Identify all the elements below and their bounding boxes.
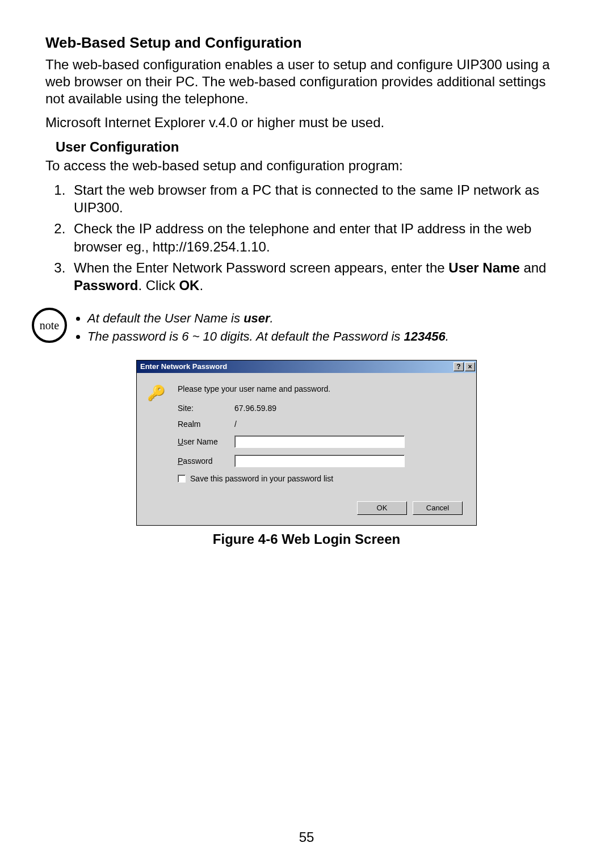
- site-value: 67.96.59.89: [234, 404, 466, 413]
- paragraph-lead: To access the web-based setup and config…: [45, 157, 568, 174]
- key-icon: 🔑: [147, 384, 172, 402]
- steps-list: Start the web browser from a PC that is …: [45, 181, 568, 294]
- realm-value: /: [234, 420, 466, 429]
- figure-caption: Figure 4-6 Web Login Screen: [45, 531, 568, 547]
- text-run: When the Enter Network Password screen a…: [74, 260, 448, 275]
- text-run: ave this password in your password list: [195, 474, 333, 483]
- save-password-label: Save this password in your password list: [190, 474, 333, 483]
- text-run-bold: 123456: [404, 329, 445, 343]
- text-run: The password is 6 ~ 10 digits. At defaul…: [87, 329, 404, 343]
- paragraph-requirement: Microsoft Internet Explorer v.4.0 or hig…: [45, 114, 568, 131]
- subsection-heading: User Configuration: [56, 139, 568, 155]
- password-input[interactable]: [234, 455, 405, 467]
- dialog-titlebar: Enter Network Password ? ×: [137, 360, 476, 373]
- underline-accelerator: U: [178, 437, 183, 446]
- text-run: . Click: [138, 278, 179, 293]
- text-run-bold: User Name: [448, 260, 519, 275]
- step-item: When the Enter Network Password screen a…: [69, 259, 568, 294]
- help-icon[interactable]: ?: [454, 362, 464, 371]
- username-input[interactable]: [234, 435, 405, 448]
- site-label: Site:: [178, 404, 234, 413]
- text-run: .: [199, 278, 203, 293]
- underline-accelerator: P: [178, 456, 183, 466]
- ok-button[interactable]: OK: [357, 501, 407, 515]
- dialog-instruction: Please type your user name and password.: [178, 384, 466, 393]
- text-run-bold: Password: [74, 278, 138, 293]
- login-dialog: Enter Network Password ? × 🔑 Please type…: [136, 360, 477, 526]
- note-block: note At default the User Name is user. T…: [32, 308, 568, 346]
- dialog-title: Enter Network Password: [140, 362, 227, 371]
- section-heading: Web-Based Setup and Configuration: [45, 34, 568, 52]
- realm-label: Realm: [178, 420, 234, 429]
- note-item: The password is 6 ~ 10 digits. At defaul…: [87, 328, 449, 345]
- text-run: assword: [183, 456, 212, 466]
- text-run: and: [520, 260, 547, 275]
- page-number: 55: [0, 829, 613, 845]
- save-password-checkbox[interactable]: [178, 475, 186, 483]
- text-run: .: [446, 329, 449, 343]
- text-run-bold: user: [243, 311, 270, 325]
- step-item: Check the IP address on the telephone an…: [69, 220, 568, 255]
- text-run-bold: OK: [179, 278, 199, 293]
- underline-accelerator: S: [190, 474, 195, 483]
- text-run: ser Name: [183, 437, 218, 446]
- username-label: User Name: [178, 437, 234, 446]
- note-list: At default the User Name is user. The pa…: [74, 310, 449, 346]
- note-badge: note: [32, 308, 67, 343]
- step-item: Start the web browser from a PC that is …: [69, 181, 568, 216]
- close-icon[interactable]: ×: [465, 362, 475, 371]
- dialog-button-row: OK Cancel: [147, 501, 466, 515]
- paragraph-intro: The web-based configuration enables a us…: [45, 56, 568, 107]
- save-password-row: Save this password in your password list: [178, 474, 466, 483]
- dialog-body: 🔑 Please type your user name and passwor…: [137, 373, 476, 525]
- cancel-button[interactable]: Cancel: [413, 501, 463, 515]
- note-item: At default the User Name is user.: [87, 310, 449, 327]
- text-run: At default the User Name is: [87, 311, 243, 325]
- password-label: Password: [178, 456, 234, 466]
- text-run: .: [270, 311, 274, 325]
